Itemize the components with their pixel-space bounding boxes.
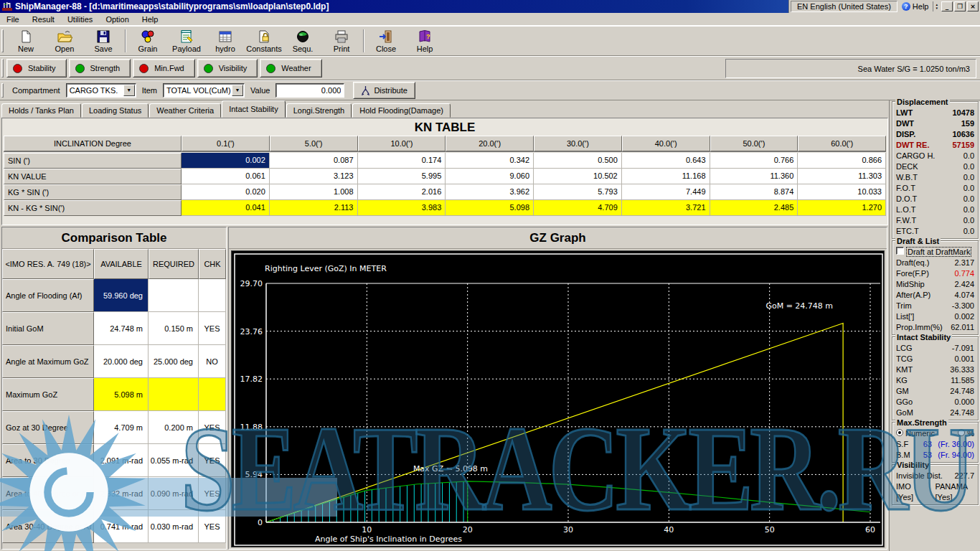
visibility-status-button[interactable]: Visibility bbox=[197, 59, 258, 77]
cmp-cell[interactable]: YES bbox=[199, 312, 226, 345]
sequence-button[interactable]: Sequ. bbox=[283, 27, 322, 55]
cmp-cell[interactable]: 0.090 m-rad bbox=[149, 477, 199, 510]
kn-cell-result[interactable]: 3.983 bbox=[358, 200, 446, 216]
kn-cell-result[interactable]: 4.709 bbox=[534, 200, 622, 216]
compartment-dropdown[interactable]: CARGO TKS. ▼ bbox=[66, 83, 136, 98]
value-input[interactable] bbox=[275, 83, 344, 98]
kn-cell[interactable]: 0.866 bbox=[798, 153, 886, 169]
kn-cell[interactable]: 1.008 bbox=[270, 184, 358, 200]
kn-cell[interactable]: 0.174 bbox=[358, 153, 446, 169]
toolbar-grip[interactable] bbox=[1, 59, 4, 77]
minfwd-status-button[interactable]: Min.Fwd bbox=[133, 59, 195, 77]
help-button[interactable]: ? Help bbox=[897, 2, 933, 11]
cmp-cell[interactable]: 0.055 m-rad bbox=[149, 444, 199, 477]
kn-cell[interactable]: 5.793 bbox=[534, 184, 622, 200]
kn-cell-result[interactable]: 2.485 bbox=[710, 200, 798, 216]
menu-file[interactable]: File bbox=[0, 13, 26, 26]
payload-button[interactable]: Payload bbox=[167, 27, 206, 55]
cmp-cell[interactable]: 2.091 m-rad bbox=[94, 444, 149, 477]
kn-cell[interactable]: 0.342 bbox=[446, 153, 534, 169]
tab-holds-tanks-plan[interactable]: Holds / Tanks Plan bbox=[1, 103, 81, 118]
cmp-cell[interactable] bbox=[199, 279, 226, 312]
kn-cell-result[interactable]: 5.098 bbox=[446, 200, 534, 216]
kn-cell[interactable]: 7.449 bbox=[622, 184, 710, 200]
kn-cell[interactable]: 0.500 bbox=[534, 153, 622, 169]
cmp-cell[interactable]: 0.150 m bbox=[149, 312, 199, 345]
cmp-cell[interactable]: 0.741 m-rad bbox=[94, 510, 149, 543]
kn-cell[interactable]: 8.874 bbox=[710, 184, 798, 200]
cmp-cell[interactable]: 0.030 m-rad bbox=[149, 510, 199, 543]
strength-status-button[interactable]: Strength bbox=[69, 59, 131, 77]
kn-cell[interactable]: 10.502 bbox=[534, 169, 622, 184]
kn-cell-result[interactable]: 3.721 bbox=[622, 200, 710, 216]
kn-cell-result[interactable]: 0.041 bbox=[182, 200, 270, 216]
percent-radio[interactable]: % bbox=[958, 428, 974, 439]
cmp-cell-maxgz[interactable] bbox=[149, 378, 199, 411]
tab-loading-status[interactable]: Loading Status bbox=[82, 103, 149, 118]
chevron-down-icon[interactable]: ▼ bbox=[123, 85, 135, 96]
toolbar-options-icon[interactable]: ▴▾ bbox=[933, 1, 940, 11]
kn-cell[interactable]: 3.123 bbox=[270, 169, 358, 184]
cmp-cell[interactable]: 25.000 deg bbox=[149, 345, 199, 378]
kn-cell-result[interactable]: 1.270 bbox=[798, 200, 886, 216]
weather-status-button[interactable]: Weather bbox=[260, 59, 321, 77]
cmp-cell[interactable]: YES bbox=[199, 411, 226, 444]
draft-at-draftmark-option[interactable]: Draft at DraftMark bbox=[895, 247, 976, 258]
cmp-cell[interactable]: YES bbox=[199, 444, 226, 477]
kn-cell-selected[interactable]: 0.002 bbox=[182, 153, 270, 169]
kn-cell[interactable]: 11.303 bbox=[798, 169, 886, 184]
constants-button[interactable]: Constants bbox=[245, 27, 283, 55]
cmp-cell-maxgz[interactable]: 5.098 m bbox=[94, 378, 149, 411]
close-file-button[interactable]: Close bbox=[367, 27, 405, 55]
cmp-cell[interactable]: 4.709 m bbox=[94, 411, 149, 444]
kn-cell[interactable]: 3.962 bbox=[446, 184, 534, 200]
chevron-down-icon[interactable]: ▼ bbox=[232, 85, 243, 96]
kn-cell[interactable]: 0.061 bbox=[182, 169, 270, 184]
menu-help[interactable]: Help bbox=[136, 13, 165, 26]
print-button[interactable]: Print bbox=[322, 27, 361, 55]
cmp-cell[interactable] bbox=[149, 279, 199, 312]
cmp-cell[interactable]: 2.832 m-rad bbox=[94, 477, 149, 510]
kn-cell-result[interactable]: 2.113 bbox=[270, 200, 358, 216]
kn-cell[interactable]: 10.033 bbox=[798, 184, 886, 200]
restore-button[interactable]: ❐ bbox=[954, 1, 966, 11]
tab-hold-flooding[interactable]: Hold Flooding(Damage) bbox=[352, 103, 451, 118]
save-button[interactable]: Save bbox=[84, 27, 123, 55]
kn-cell[interactable]: 0.766 bbox=[710, 153, 798, 169]
cmp-cell-maxgz[interactable] bbox=[199, 378, 226, 411]
toolbar-grip[interactable] bbox=[1, 29, 4, 52]
kn-cell[interactable]: 11.360 bbox=[710, 169, 798, 184]
menu-option[interactable]: Option bbox=[99, 13, 135, 26]
distribute-button[interactable]: Distribute bbox=[353, 82, 415, 99]
cmp-cell[interactable]: 24.748 m bbox=[94, 312, 149, 345]
cmp-cell-selected[interactable]: 59.960 deg bbox=[94, 279, 149, 312]
kn-cell[interactable]: 0.643 bbox=[622, 153, 710, 169]
kn-cell[interactable]: 11.168 bbox=[622, 169, 710, 184]
item-dropdown[interactable]: TOTAL VOL(CuM) ▼ bbox=[163, 83, 245, 98]
grain-button[interactable]: Grain bbox=[128, 27, 167, 55]
cmp-cell[interactable]: NO bbox=[199, 345, 226, 378]
kn-cell[interactable]: 0.087 bbox=[270, 153, 358, 169]
checkbox-icon[interactable] bbox=[896, 247, 904, 255]
stability-status-button[interactable]: Stability bbox=[6, 59, 67, 77]
cmp-cell[interactable]: YES bbox=[199, 477, 226, 510]
language-indicator[interactable]: EN English (United States) bbox=[791, 1, 897, 12]
kn-cell[interactable]: 5.995 bbox=[358, 169, 446, 184]
open-button[interactable]: Open bbox=[45, 27, 84, 55]
minimize-button[interactable]: _ bbox=[941, 1, 953, 11]
close-button[interactable]: × bbox=[967, 1, 979, 11]
kn-cell[interactable]: 9.060 bbox=[446, 169, 534, 184]
help-toolbar-button[interactable]: ? Help bbox=[405, 27, 444, 55]
menu-utilities[interactable]: Utilities bbox=[61, 13, 99, 26]
numeric-radio[interactable]: Numeric bbox=[896, 428, 935, 439]
tab-longi-strength[interactable]: Longi.Strength bbox=[286, 103, 352, 118]
kn-cell[interactable]: 0.020 bbox=[182, 184, 270, 200]
new-button[interactable]: New bbox=[6, 27, 45, 55]
cmp-cell[interactable]: YES bbox=[199, 510, 226, 543]
cmp-cell[interactable]: 20.000 deg bbox=[94, 345, 149, 378]
tab-intact-stability[interactable]: Intact Stability bbox=[222, 100, 285, 118]
kn-cell[interactable]: 2.016 bbox=[358, 184, 446, 200]
menu-result[interactable]: Result bbox=[26, 13, 61, 26]
tab-weather-criteria[interactable]: Weather Criteria bbox=[149, 103, 221, 118]
hydro-button[interactable]: hydro bbox=[206, 27, 245, 55]
